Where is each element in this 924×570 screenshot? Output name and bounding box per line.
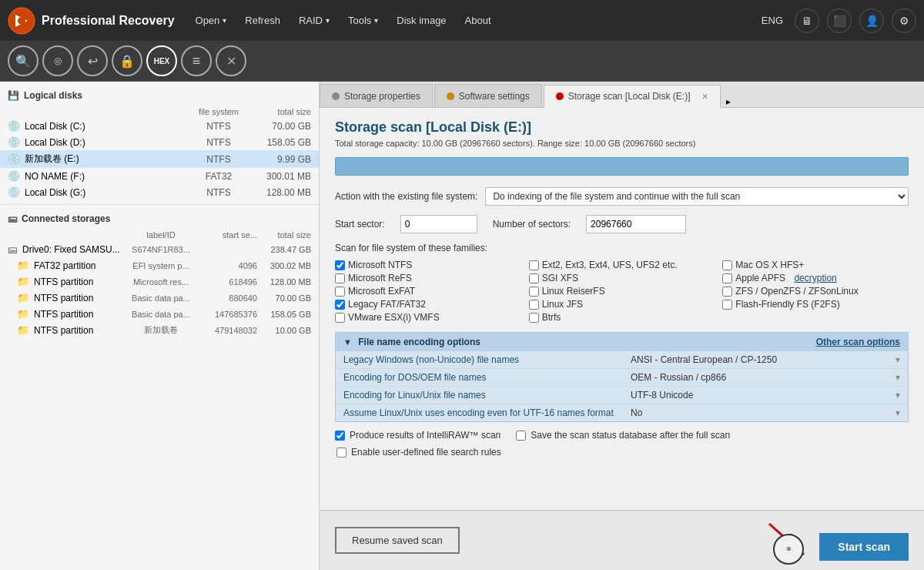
panel-divider — [0, 204, 319, 205]
partition-fat32[interactable]: 📁 FAT32 partition EFI system p... 4096 3… — [0, 257, 319, 273]
disk-e[interactable]: 💿 新加载卷 (E:) NTFS 9.99 GB — [0, 150, 319, 168]
search-button[interactable]: 🔍 — [8, 45, 38, 76]
start-area: ⊕ Start scan — [765, 520, 909, 561]
logo-icon — [8, 7, 35, 35]
menu-right: ENG 🖥 ⬛ 👤 ⚙ — [762, 8, 916, 33]
fs-vmfs: VMware ESX(i) VMFS — [335, 312, 521, 323]
other-scan-options-link[interactable]: Other scan options — [816, 337, 900, 347]
fs-fat32-checkbox[interactable] — [335, 300, 345, 310]
storage-icon: 🖴 — [8, 213, 17, 224]
encoding-row-1: Encoding for DOS/OEM file names OEM - Ru… — [336, 369, 908, 387]
menu-tools[interactable]: Tools ▾ — [339, 0, 387, 41]
scan-tab-dot — [556, 92, 564, 100]
scan-title: Storage scan [Local Disk (E:)] — [335, 119, 909, 136]
partition-ntfs-2[interactable]: 📁 NTFS partition Basic data pa... 880640… — [0, 290, 319, 306]
encoding-1-arrow[interactable]: ▾ — [896, 372, 900, 383]
num-sectors-input[interactable] — [586, 215, 686, 233]
settings-button[interactable]: ⚙ — [892, 8, 916, 33]
menu-open[interactable]: Open ▾ — [186, 0, 236, 41]
start-sector-input[interactable] — [400, 215, 477, 233]
user-rules-checkbox[interactable] — [336, 448, 346, 458]
sectors-row: Start sector: Number of sectors: — [335, 215, 909, 233]
fs-ext: Ext2, Ext3, Ext4, UFS, UFS2 etc. — [529, 260, 715, 270]
ntfs3-icon: 📁 — [17, 308, 29, 320]
encoding-header: ▼ File name encoding options Other scan … — [336, 333, 908, 351]
disk-g-icon: 💿 — [8, 186, 20, 198]
save-db-checkbox[interactable] — [516, 431, 526, 441]
scan-progress-bar — [335, 157, 909, 176]
storage-props-dot — [332, 92, 340, 100]
encoding-2-arrow[interactable]: ▾ — [896, 390, 900, 401]
recovery-button[interactable]: ↩ — [77, 45, 108, 76]
fs-apfs-checkbox[interactable] — [722, 273, 732, 283]
storage-col-headers: label/ID start se... total size — [0, 229, 319, 241]
fs-btrfs-checkbox[interactable] — [529, 313, 539, 323]
encoding-3-arrow[interactable]: ▾ — [896, 407, 900, 418]
tab-storage-properties[interactable]: Storage properties — [320, 84, 433, 107]
tab-storage-scan[interactable]: Storage scan [Local Disk (E:)] ✕ — [544, 85, 721, 108]
scan-button[interactable]: ◎ — [42, 45, 73, 76]
monitor-button[interactable]: 🖥 — [795, 8, 819, 33]
checkbox-section: Produce results of IntelliRAW™ scan Save… — [335, 430, 909, 441]
start-scan-button[interactable]: Start scan — [819, 533, 909, 561]
tools-arrow: ▾ — [374, 16, 378, 25]
fs-ntfs-checkbox[interactable] — [335, 260, 345, 270]
encoding-0-arrow[interactable]: ▾ — [896, 354, 900, 365]
fs-xfs-checkbox[interactable] — [529, 273, 539, 283]
hex-button[interactable]: HEX — [146, 45, 177, 76]
resume-scan-button[interactable]: Resume saved scan — [335, 527, 460, 554]
decryption-link[interactable]: decryption — [794, 273, 836, 283]
menu-disk-image[interactable]: Disk image — [387, 0, 455, 41]
lock-button[interactable]: 🔒 — [112, 45, 142, 76]
partition-ntfs-3[interactable]: 📁 NTFS partition Basic data pa... 147685… — [0, 306, 319, 322]
fs-ntfs: Microsoft NTFS — [335, 260, 521, 270]
tab-scroll-arrow[interactable]: ▸ — [722, 96, 735, 107]
scan-subtitle: Total storage capacity: 10.00 GB (209676… — [335, 139, 909, 148]
intelliraw-checkbox[interactable] — [335, 431, 345, 441]
partition-ntfs-4[interactable]: 📁 NTFS partition 新加载卷 479148032 10.00 GB — [0, 322, 319, 338]
disk-c[interactable]: 💿 Local Disk (C:) NTFS 70.00 GB — [0, 118, 319, 134]
disk-f[interactable]: 💿 NO NAME (F:) FAT32 300.01 MB — [0, 168, 319, 184]
fs-reiser: Linux ReiserFS — [529, 286, 715, 297]
disk-g[interactable]: 💿 Local Disk (G:) NTFS 128.00 MB — [0, 184, 319, 200]
language-selector[interactable]: ENG — [762, 15, 783, 26]
action-select[interactable]: Do indexing of the file system and conti… — [485, 187, 909, 206]
partition-ntfs-1[interactable]: 📁 NTFS partition Microsoft res... 618496… — [0, 273, 319, 290]
bottom-bar: Resume saved scan ⊕ Start — [320, 510, 924, 570]
encoding-row-3: Assume Linux/Unix uses encoding even for… — [336, 404, 908, 421]
menu-refresh[interactable]: Refresh — [236, 0, 290, 41]
disk-col-headers: file system total size — [0, 106, 319, 118]
disk-d[interactable]: 💿 Local Disk (D:) NTFS 158.05 GB — [0, 134, 319, 150]
drive0[interactable]: 🖴 Drive0: Fixed SAMSU... S674NF1R83... 2… — [0, 241, 319, 257]
list-button[interactable]: ≡ — [181, 45, 212, 76]
tab-close-button[interactable]: ✕ — [701, 92, 708, 102]
tab-software-settings[interactable]: Software settings — [434, 84, 542, 107]
close-button[interactable]: ✕ — [216, 45, 246, 76]
fs-exfat-checkbox[interactable] — [335, 287, 345, 297]
battery-button[interactable]: ⬛ — [827, 8, 852, 33]
raid-arrow: ▾ — [326, 16, 330, 25]
fs-vmfs-checkbox[interactable] — [335, 313, 345, 323]
intelliraw-row: Produce results of IntelliRAW™ scan — [335, 430, 500, 441]
svg-point-2 — [18, 17, 25, 25]
user-button[interactable]: 👤 — [859, 8, 884, 33]
fs-hfs-checkbox[interactable] — [722, 260, 732, 270]
encoding-toggle[interactable]: ▼ — [343, 337, 352, 347]
menu-raid[interactable]: RAID ▾ — [290, 0, 339, 41]
fs-jfs-checkbox[interactable] — [529, 300, 539, 310]
fs-f2fs-checkbox[interactable] — [722, 300, 732, 310]
user-rules-row: Enable user-defined file search rules — [336, 447, 909, 458]
fs-refs-checkbox[interactable] — [335, 273, 345, 283]
fs-ext-checkbox[interactable] — [529, 260, 539, 270]
app-title: Professional Recovery — [42, 14, 175, 28]
disk-e-icon: 💿 — [8, 153, 20, 165]
fs-hfs: Mac OS X HFS+ — [722, 260, 909, 270]
menu-about[interactable]: About — [456, 0, 500, 41]
software-settings-dot — [447, 92, 454, 100]
fs-reiser-checkbox[interactable] — [529, 287, 539, 297]
fs-xfs: SGI XFS — [529, 273, 715, 283]
fs-zfs: ZFS / OpenZFS / ZFSonLinux — [722, 286, 909, 297]
action-row: Action with the existing file system: Do… — [335, 187, 909, 206]
fs-zfs-checkbox[interactable] — [722, 287, 732, 297]
drive-icon: 🖴 — [8, 243, 18, 255]
